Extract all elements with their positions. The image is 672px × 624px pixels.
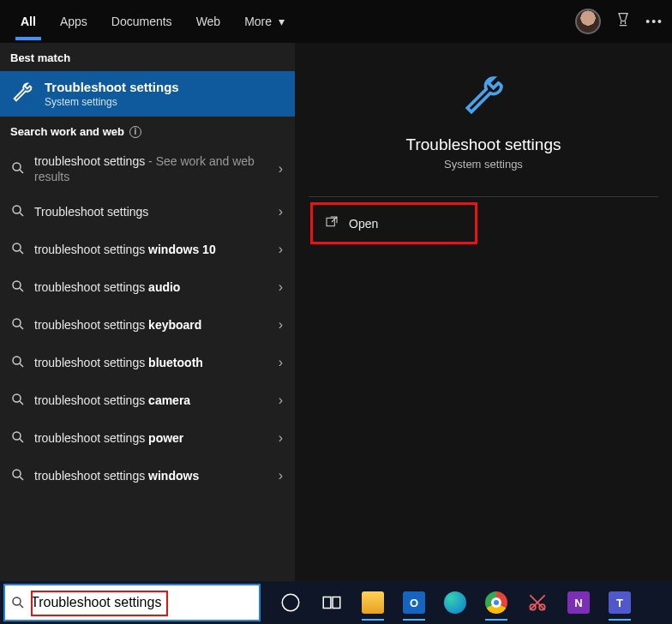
svg-point-3: [13, 281, 21, 289]
edge-icon[interactable]: [437, 585, 473, 621]
cortana-icon[interactable]: [273, 585, 309, 621]
tab-all[interactable]: All: [9, 3, 48, 40]
detail-title: Troubleshoot settings: [406, 135, 561, 154]
search-icon: [10, 160, 26, 178]
chevron-right-icon[interactable]: ›: [279, 279, 283, 295]
svg-rect-9: [327, 218, 334, 225]
chevron-right-icon[interactable]: ›: [279, 242, 283, 257]
search-work-web-label: Search work and web: [10, 125, 124, 138]
search-result-label: troubleshoot settings audio: [34, 279, 285, 295]
search-icon: [10, 392, 26, 410]
search-work-web-header: Search work and web i: [0, 117, 295, 145]
search-result[interactable]: troubleshoot settings - See work and web…: [0, 145, 295, 193]
taskbar-pinned-apps: O N T: [273, 585, 638, 621]
search-result-label: troubleshoot settings windows: [34, 468, 285, 483]
chevron-down-icon: ▾: [279, 15, 285, 28]
tab-apps[interactable]: Apps: [48, 3, 99, 40]
search-result-label: troubleshoot settings power: [34, 430, 285, 446]
open-icon: [325, 215, 339, 231]
svg-point-0: [13, 163, 21, 171]
wrench-icon: [459, 72, 507, 120]
search-result-label: troubleshoot settings keyboard: [34, 317, 285, 333]
info-icon[interactable]: i: [129, 126, 141, 138]
tab-more[interactable]: More ▾: [232, 3, 297, 40]
wrench-icon: [10, 81, 34, 108]
search-filter-tabbar: All Apps Documents Web More ▾ •••: [0, 0, 672, 43]
best-match-header: Best match: [0, 43, 295, 71]
search-result-label: troubleshoot settings bluetooth: [34, 355, 285, 370]
svg-point-8: [13, 470, 21, 477]
search-result[interactable]: troubleshoot settings audio›: [0, 268, 295, 306]
search-icon: [10, 241, 26, 259]
outlook-icon[interactable]: O: [396, 585, 432, 621]
search-icon: [10, 203, 26, 221]
chevron-right-icon[interactable]: ›: [279, 204, 283, 219]
tab-documents[interactable]: Documents: [99, 3, 184, 40]
svg-rect-12: [323, 597, 331, 609]
tab-more-label: More: [244, 15, 272, 28]
chevron-right-icon[interactable]: ›: [279, 355, 283, 370]
teams-icon[interactable]: T: [602, 585, 638, 621]
detail-pane: Troubleshoot settings System settings Op…: [295, 43, 672, 581]
task-view-icon[interactable]: [314, 585, 350, 621]
svg-point-1: [13, 206, 21, 213]
open-action[interactable]: Open: [310, 202, 477, 244]
svg-point-2: [13, 243, 21, 251]
detail-subtitle: System settings: [444, 158, 523, 171]
search-result[interactable]: Troubleshoot settings›: [0, 193, 295, 231]
search-result[interactable]: troubleshoot settings windows›: [0, 457, 295, 495]
chevron-right-icon[interactable]: ›: [279, 430, 283, 446]
search-icon: [10, 354, 26, 372]
svg-point-4: [13, 319, 21, 327]
search-input[interactable]: [31, 595, 254, 610]
chevron-right-icon[interactable]: ›: [279, 468, 283, 483]
svg-point-6: [13, 394, 21, 402]
search-result-label: troubleshoot settings - See work and web…: [34, 153, 285, 184]
search-icon: [10, 467, 26, 485]
search-icon: [10, 316, 26, 334]
taskbar: O N T: [0, 581, 672, 624]
snip-sketch-icon[interactable]: [519, 585, 555, 621]
svg-point-10: [13, 597, 21, 605]
chrome-icon[interactable]: [478, 585, 514, 621]
search-result-label: troubleshoot settings windows 10: [34, 242, 285, 257]
tab-web[interactable]: Web: [184, 3, 233, 40]
svg-point-7: [13, 432, 21, 440]
search-icon: [10, 429, 26, 447]
chevron-right-icon[interactable]: ›: [279, 393, 283, 408]
svg-point-5: [13, 357, 21, 364]
search-result[interactable]: troubleshoot settings keyboard›: [0, 306, 295, 344]
search-result[interactable]: troubleshoot settings power›: [0, 419, 295, 457]
divider: [309, 196, 658, 197]
rewards-icon[interactable]: [615, 11, 632, 32]
best-match-title: Troubleshoot settings: [45, 80, 179, 94]
search-icon: [10, 595, 26, 610]
search-icon: [10, 279, 26, 297]
search-result-label: Troubleshoot settings: [34, 204, 285, 219]
search-result[interactable]: troubleshoot settings camera›: [0, 381, 295, 419]
more-options-icon[interactable]: •••: [645, 15, 663, 28]
taskbar-search-box[interactable]: [3, 584, 261, 621]
svg-rect-13: [333, 597, 340, 609]
chevron-right-icon[interactable]: ›: [279, 317, 283, 333]
file-explorer-icon[interactable]: [355, 585, 391, 621]
search-result[interactable]: troubleshoot settings windows 10›: [0, 231, 295, 268]
search-results-pane: Best match Troubleshoot settings System …: [0, 43, 295, 581]
chevron-right-icon[interactable]: ›: [279, 161, 283, 177]
svg-point-11: [282, 594, 299, 611]
best-match-subtitle: System settings: [45, 96, 179, 108]
search-result[interactable]: troubleshoot settings bluetooth›: [0, 344, 295, 381]
search-result-label: troubleshoot settings camera: [34, 393, 285, 408]
user-avatar[interactable]: [575, 9, 601, 34]
open-label: Open: [349, 217, 378, 231]
onenote-icon[interactable]: N: [561, 585, 597, 621]
best-match-item[interactable]: Troubleshoot settings System settings: [0, 71, 295, 117]
